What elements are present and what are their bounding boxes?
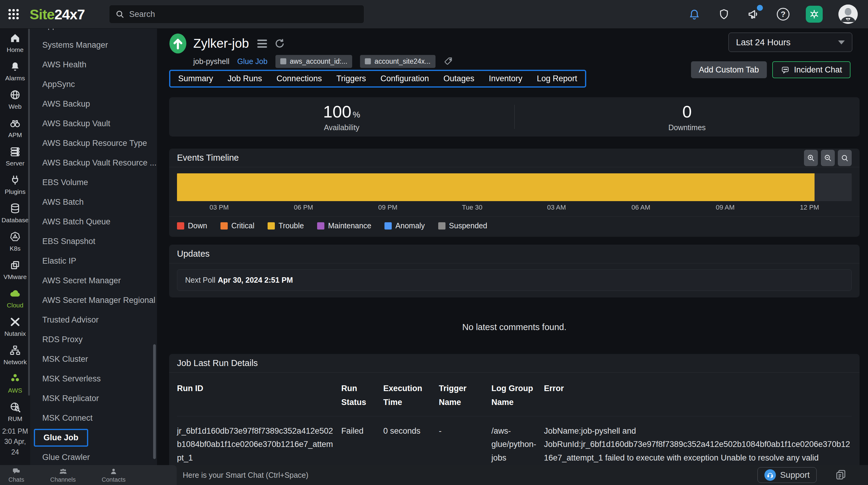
cell-log-group-name: /aws-glue/python-jobs [491, 424, 537, 465]
sidebar-item[interactable]: AWS Batch [30, 192, 157, 212]
table-row[interactable]: jr_6bf1d160db73e97f8f7389c352a412e502b10… [177, 416, 852, 465]
sidebar-item[interactable]: AppSync [30, 74, 157, 94]
tag-icon[interactable] [443, 56, 454, 66]
tab[interactable]: Job Runs [228, 74, 262, 83]
sidebar-item[interactable]: AWS Backup Vault [30, 114, 157, 133]
sidebar-item[interactable]: AWS Health [30, 55, 157, 74]
contacts-icon [109, 467, 118, 476]
sidebar-item[interactable]: AWS Backup [30, 94, 157, 114]
axis-tick-label: 06 AM [598, 204, 683, 211]
global-search[interactable] [109, 5, 364, 24]
sidebar-item[interactable]: EBS Volume [30, 173, 157, 192]
support-button[interactable]: Support [757, 467, 817, 483]
tab[interactable]: Inventory [489, 74, 522, 83]
sidebar-item[interactable]: AWS Backup Vault Resource ... [30, 153, 157, 173]
time-range-select[interactable]: Last 24 Hours [728, 33, 852, 52]
next-poll-box: Next PollApr 30, 2024 2:51 PM [177, 269, 852, 291]
sidebar-item[interactable]: Elastic IP [30, 251, 157, 271]
app-grid-icon[interactable] [8, 9, 19, 19]
nutanix-icon [9, 316, 21, 328]
sidebar-item[interactable]: Systems Manager [30, 35, 157, 55]
shield-icon[interactable] [717, 7, 731, 21]
rail-item-web[interactable]: Web [0, 86, 30, 114]
rail-item-database[interactable]: Database [0, 199, 30, 228]
sidebar-item[interactable]: Glue Crawler [30, 448, 157, 465]
refresh-icon[interactable] [274, 37, 286, 50]
sidebar-item[interactable]: MSK Replicator [30, 389, 157, 408]
rail-item-plugins[interactable]: Plugins [0, 171, 30, 199]
tab[interactable]: Configuration [380, 74, 429, 83]
rail-item-vmware[interactable]: VMware [0, 256, 30, 284]
announcements-megaphone-icon[interactable] [747, 7, 761, 21]
tab[interactable]: Triggers [336, 74, 366, 83]
rail-item-k8s[interactable]: K8s [0, 228, 30, 256]
sidebar-item[interactable]: MSK Serverless [30, 369, 157, 389]
updates-card: Updates Next PollApr 30, 2024 2:51 PM [169, 245, 860, 298]
events-timeline-chart[interactable]: 03 PM06 PM09 PMTue 3003 AM06 AM09 AM12 P… [177, 173, 852, 211]
sidebar-item[interactable]: AppStream Fleet [30, 29, 157, 35]
sidebar-item[interactable]: RDS Proxy [30, 330, 157, 350]
sidebar-scrollbar[interactable] [153, 344, 156, 459]
user-avatar[interactable] [838, 4, 858, 24]
rail-item-network[interactable]: Network [0, 341, 30, 369]
tag-chip[interactable]: aws_account_id:... [275, 55, 352, 68]
notifications-bell-icon[interactable] [687, 7, 701, 21]
axis-tick-label: 03 AM [514, 204, 598, 211]
network-icon [9, 344, 21, 356]
sidebar-item[interactable]: AWS Secret Manager Regional [30, 291, 157, 310]
legend-color-swatch [438, 222, 445, 230]
legend-color-swatch [220, 222, 228, 230]
legend-item: Anomaly [384, 221, 425, 230]
home-icon [9, 32, 21, 44]
feedback-notes-icon[interactable] [835, 469, 847, 481]
search-input[interactable] [129, 10, 358, 19]
column-header: Run Status [341, 382, 376, 410]
zoom-reset-button[interactable] [838, 150, 852, 166]
monitor-tabs: SummaryJob RunsConnectionsTriggersConfig… [169, 70, 586, 88]
rail-item-home[interactable]: Home [0, 29, 30, 57]
smart-chat-hint[interactable]: Here is your Smart Chat (Ctrl+Space) [183, 465, 308, 485]
sidebar-item[interactable]: Trusted Advisor [30, 310, 157, 330]
channels-button[interactable]: Channels [50, 467, 76, 483]
aws-icon [9, 373, 21, 385]
plugins-plug-icon [9, 174, 21, 186]
sidebar-item[interactable]: AWS Backup Resource Type [30, 133, 157, 153]
rail-item-server[interactable]: Server [0, 142, 30, 171]
cell-trigger-name: - [439, 424, 484, 465]
hamburger-menu-icon[interactable] [257, 39, 267, 48]
chats-button[interactable]: Chats [8, 467, 24, 483]
rail-item-aws[interactable]: AWS [0, 369, 30, 398]
rail-item-alarms[interactable]: Alarms [0, 57, 30, 86]
tag-chip[interactable]: account_site24x... [360, 55, 435, 68]
chat-icon [781, 65, 790, 74]
zoom-in-button[interactable] [804, 150, 818, 166]
incident-chat-button[interactable]: Incident Chat [772, 61, 850, 78]
tab[interactable]: Outages [443, 74, 474, 83]
site24x7-logo[interactable]: Site24x7 [30, 6, 85, 23]
rail-item-cloud[interactable]: Cloud [0, 284, 30, 312]
tab[interactable]: Summary [178, 74, 213, 83]
tag-color-icon [280, 58, 286, 64]
web-globe-icon [9, 89, 21, 101]
sidebar-item[interactable]: MSK Connect [30, 408, 157, 428]
add-custom-tab-button[interactable]: Add Custom Tab [691, 61, 767, 78]
cloud-icon [9, 287, 21, 300]
rail-scrollbar[interactable] [28, 29, 30, 396]
help-icon[interactable]: ? [776, 7, 790, 21]
rail-item-rum[interactable]: RUM [0, 398, 30, 426]
sidebar-item[interactable]: Glue Job [30, 428, 157, 448]
contacts-button[interactable]: Contacts [102, 467, 126, 483]
updates-title: Updates [177, 249, 210, 259]
tab[interactable]: Connections [277, 74, 322, 83]
sidebar-item[interactable]: MSK Cluster [30, 350, 157, 369]
rail-item-nutanix[interactable]: Nutanix [0, 312, 30, 341]
rail-item-apm[interactable]: APM [0, 114, 30, 142]
sidebar-item[interactable]: AWS Batch Queue [30, 212, 157, 232]
monitor-type-sidebar: AppStream Fleet Systems Manager AWS Heal… [30, 29, 157, 465]
tab[interactable]: Log Report [537, 74, 577, 83]
sidebar-item[interactable]: AWS Secret Manager [30, 271, 157, 291]
zoom-out-button[interactable] [821, 150, 835, 166]
ai-assistant-icon[interactable] [806, 6, 823, 23]
monitor-category-link[interactable]: Glue Job [238, 57, 268, 66]
sidebar-item[interactable]: EBS Snapshot [30, 232, 157, 251]
